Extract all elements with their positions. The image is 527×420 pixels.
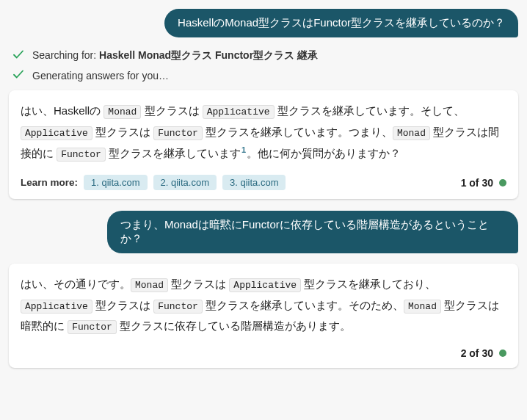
turn-counter: 2 of 30 <box>461 347 506 359</box>
code-token: Functor <box>57 148 106 162</box>
bot-response-card: はい、Haskellの Monad 型クラスは Applicative 型クラス… <box>9 90 518 199</box>
text-segment: 型クラスを継承しています <box>106 147 241 159</box>
code-token: Monad <box>404 300 441 314</box>
counter-text: 1 of 30 <box>461 177 493 189</box>
text-segment: 型クラスは <box>168 278 229 290</box>
text-segment: 型クラスに依存している階層構造があります。 <box>117 319 351 332</box>
card-footer: 2 of 30 <box>21 347 506 359</box>
code-token: Monad <box>393 126 430 140</box>
searching-query: Haskell Monad型クラス Functor型クラス 継承 <box>99 49 318 61</box>
code-token: Functor <box>153 300 203 314</box>
text-segment: 型クラスを継承しており、 <box>301 278 436 290</box>
user-message-bubble: つまり、Monadは暗黙にFunctorに依存している階層構造があるということか… <box>107 211 518 253</box>
bot-response-body: はい、その通りです。Monad 型クラスは Applicative 型クラスを継… <box>21 274 506 337</box>
citation-marker[interactable]: 1 <box>241 145 246 154</box>
code-token: Monad <box>103 105 141 119</box>
status-generating-text: Generating answers for you… <box>32 70 169 82</box>
code-token: Functor <box>153 126 203 140</box>
text-segment: はい、Haskellの <box>21 104 103 117</box>
code-token: Applicative <box>21 126 92 140</box>
code-token: Functor <box>68 320 117 334</box>
turn-counter: 1 of 30 <box>461 177 506 189</box>
status-searching: Searching for: Haskell Monad型クラス Functor… <box>12 48 518 63</box>
source-chip[interactable]: 2. qiita.com <box>153 175 217 190</box>
user-message-row: HaskellのMonad型クラスはFunctor型クラスを継承しているのか？ <box>9 9 518 37</box>
text-segment: 型クラスは <box>92 126 153 138</box>
code-token: Applicative <box>21 300 92 314</box>
bot-response-card: はい、その通りです。Monad 型クラスは Applicative 型クラスを継… <box>9 264 518 368</box>
user-message-bubble: HaskellのMonad型クラスはFunctor型クラスを継承しているのか？ <box>164 9 518 37</box>
text-segment: 型クラスを継承しています。そのため、 <box>203 299 404 311</box>
code-token: Applicative <box>203 105 275 119</box>
searching-prefix: Searching for: <box>32 49 99 61</box>
bot-response-body: はい、Haskellの Monad 型クラスは Applicative 型クラス… <box>21 101 506 164</box>
counter-dot-icon <box>499 350 506 357</box>
counter-text: 2 of 30 <box>461 347 493 359</box>
text-segment: 。他に何か質問がありますか？ <box>247 147 401 159</box>
user-message-text: HaskellのMonad型クラスはFunctor型クラスを継承しているのか？ <box>178 16 505 29</box>
card-footer: Learn more: 1. qiita.com 2. qiita.com 3.… <box>21 175 506 190</box>
text-segment: 型クラスを継承しています。そして、 <box>275 104 465 117</box>
counter-dot-icon <box>499 179 506 187</box>
check-icon <box>12 48 25 63</box>
text-segment: 型クラスは <box>92 299 153 311</box>
check-icon <box>12 68 25 83</box>
learn-more-label: Learn more: <box>21 177 78 188</box>
code-token: Monad <box>131 278 168 292</box>
source-chip[interactable]: 1. qiita.com <box>84 175 147 190</box>
text-segment: はい、その通りです。 <box>21 278 131 290</box>
text-segment: 型クラスは <box>141 104 202 117</box>
user-message-row: つまり、Monadは暗黙にFunctorに依存している階層構造があるということか… <box>9 211 518 253</box>
status-searching-text: Searching for: Haskell Monad型クラス Functor… <box>32 49 318 62</box>
source-chip[interactable]: 3. qiita.com <box>222 175 286 190</box>
learn-more-row: Learn more: 1. qiita.com 2. qiita.com 3.… <box>21 175 286 190</box>
status-generating: Generating answers for you… <box>12 68 518 83</box>
user-message-text: つまり、Monadは暗黙にFunctorに依存している階層構造があるということか… <box>120 218 489 245</box>
text-segment: 型クラスを継承しています。つまり、 <box>203 126 393 138</box>
code-token: Applicative <box>229 278 301 292</box>
